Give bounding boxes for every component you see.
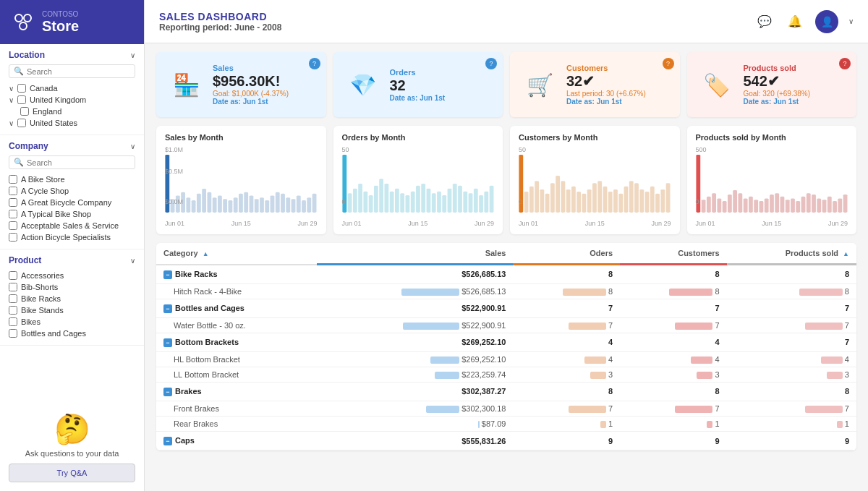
location-england[interactable]: England — [9, 106, 135, 117]
expand-icon[interactable]: − — [163, 270, 172, 279]
table-row[interactable]: −Bottles and Cages $522,900.91 7 7 7 — [156, 299, 856, 317]
table-row[interactable]: Rear Brakes $87.09 1 1 1 — [156, 416, 856, 431]
top-bar-right: 💬 🔔 👤 ∨ — [754, 10, 854, 33]
chart-y-mid-0: $0.5M — [165, 168, 183, 175]
location-canada[interactable]: ∨ Canada — [9, 82, 135, 94]
product-checkbox[interactable] — [9, 271, 17, 280]
company-search-input[interactable] — [27, 158, 130, 167]
table-row[interactable]: Front Brakes $302,300.18 7 7 7 — [156, 401, 856, 416]
chat-icon-button[interactable]: 💬 — [754, 12, 775, 32]
svg-rect-23 — [271, 195, 275, 213]
row-customers: 8 — [620, 382, 727, 401]
svg-rect-25 — [281, 194, 285, 213]
sales-bar — [430, 356, 459, 364]
uk-checkbox[interactable] — [17, 95, 26, 104]
table-row[interactable]: −Brakes $302,387.27 8 8 8 — [156, 382, 856, 401]
location-search-input[interactable] — [27, 67, 130, 76]
product-item[interactable]: Bike Racks — [9, 293, 135, 304]
product-checkbox[interactable] — [9, 329, 17, 338]
company-checkbox[interactable] — [9, 175, 17, 184]
row-sales: $87.09 — [317, 416, 514, 431]
chart-x-label-2-1: Jun 15 — [585, 220, 605, 227]
bell-icon-button[interactable]: 🔔 — [785, 12, 805, 32]
expand-icon[interactable]: − — [163, 437, 172, 445]
kpi-icon-3: 🏷️ — [697, 65, 736, 104]
kpi-help-0[interactable]: ? — [309, 58, 320, 69]
svg-rect-67 — [550, 183, 555, 213]
svg-rect-69 — [561, 181, 565, 213]
company-search-box[interactable]: 🔍 — [9, 155, 135, 169]
company-item[interactable]: Acceptable Sales & Service — [9, 220, 135, 231]
row-sales: $269,252.10 — [317, 351, 514, 367]
company-item[interactable]: A Bike Store — [9, 174, 135, 185]
us-checkbox[interactable] — [17, 119, 26, 127]
company-checkbox[interactable] — [9, 210, 17, 218]
product-filter-header[interactable]: Product ∨ — [9, 255, 135, 265]
company-checkbox[interactable] — [9, 221, 17, 230]
svg-rect-35 — [358, 184, 362, 213]
svg-rect-15 — [229, 200, 233, 213]
product-item[interactable]: Bib-Shorts — [9, 281, 135, 293]
table-row[interactable]: −Bike Racks $526,685.13 8 8 8 — [156, 265, 856, 284]
table-row[interactable]: −Caps $555,831.26 9 9 9 — [156, 432, 856, 451]
table-row[interactable]: Hitch Rack - 4-Bike $526,685.13 8 8 8 — [156, 283, 856, 299]
row-sales: $223,259.74 — [317, 367, 514, 382]
location-us[interactable]: ∨ United States — [9, 117, 135, 129]
svg-rect-8 — [192, 200, 196, 213]
product-item[interactable]: Bike Stands — [9, 304, 135, 316]
product-item[interactable]: Accessories — [9, 270, 135, 281]
england-checkbox[interactable] — [20, 107, 29, 116]
canada-checkbox[interactable] — [17, 84, 26, 93]
brand-name: CONTOSO — [42, 10, 79, 18]
category-sort-icon[interactable]: ▲ — [203, 250, 209, 257]
product-checkbox[interactable] — [9, 306, 17, 315]
expand-icon[interactable]: − — [163, 304, 172, 313]
company-checkbox[interactable] — [9, 233, 17, 242]
kpi-help-1[interactable]: ? — [485, 58, 497, 69]
kpi-value-0: $956.30K! — [213, 72, 316, 90]
company-filter-header[interactable]: Company ∨ — [9, 141, 135, 151]
location-filter-header[interactable]: Location ∨ — [9, 50, 135, 60]
location-filter-title: Location — [9, 50, 45, 60]
company-checkbox[interactable] — [9, 187, 17, 195]
product-checkbox[interactable] — [9, 283, 17, 291]
table-row[interactable]: Water Bottle - 30 oz. $522,900.91 7 7 7 — [156, 317, 856, 333]
location-uk[interactable]: ∨ United Kingdom — [9, 94, 135, 106]
chart-card-0: Sales by Month $1.0M $0.5M $0.0M Jun 01J… — [156, 126, 326, 234]
svg-rect-111 — [806, 193, 810, 213]
company-item-label: A Great Bicycle Company — [21, 198, 111, 207]
product-checkbox[interactable] — [9, 317, 17, 326]
expand-icon[interactable]: − — [163, 338, 172, 347]
user-avatar[interactable]: 👤 — [815, 10, 838, 33]
svg-rect-118 — [843, 195, 847, 213]
row-orders: 7 — [513, 401, 620, 416]
product-item[interactable]: Bikes — [9, 316, 135, 328]
kpi-help-2[interactable]: ? — [663, 58, 674, 69]
svg-rect-54 — [458, 186, 462, 213]
company-checkbox[interactable] — [9, 198, 17, 207]
products-sort-icon[interactable]: ▲ — [843, 250, 849, 257]
svg-rect-47 — [421, 184, 425, 213]
svg-rect-60 — [489, 186, 493, 213]
product-filter: Product ∨ AccessoriesBib-ShortsBike Rack… — [0, 249, 144, 346]
qa-button[interactable]: Try Q&A — [9, 464, 135, 482]
location-search-box[interactable]: 🔍 — [9, 64, 135, 78]
kpi-help-3[interactable]: ? — [839, 58, 851, 69]
table-row[interactable]: LL Bottom Bracket $223,259.74 3 3 3 — [156, 367, 856, 382]
row-category: −Caps — [156, 432, 317, 451]
table-row[interactable]: −Bottom Brackets $269,252.10 4 4 7 — [156, 333, 856, 351]
chart-area-3: 500 0 — [696, 146, 848, 218]
table-row[interactable]: HL Bottom Bracket $269,252.10 4 4 4 — [156, 351, 856, 367]
company-item[interactable]: Action Bicycle Specialists — [9, 231, 135, 243]
company-item[interactable]: A Typical Bike Shop — [9, 208, 135, 220]
product-checkbox[interactable] — [9, 294, 17, 303]
chart-x-label-1-0: Jun 01 — [342, 220, 362, 227]
svg-rect-24 — [276, 192, 280, 213]
product-item[interactable]: Bottles and Cages — [9, 328, 135, 339]
customers-bar — [697, 372, 712, 379]
expand-icon[interactable]: − — [163, 388, 172, 396]
company-item[interactable]: A Great Bicycle Company — [9, 197, 135, 208]
row-customers: 3 — [620, 367, 727, 382]
row-orders: 8 — [513, 265, 620, 284]
company-item[interactable]: A Cycle Shop — [9, 185, 135, 197]
